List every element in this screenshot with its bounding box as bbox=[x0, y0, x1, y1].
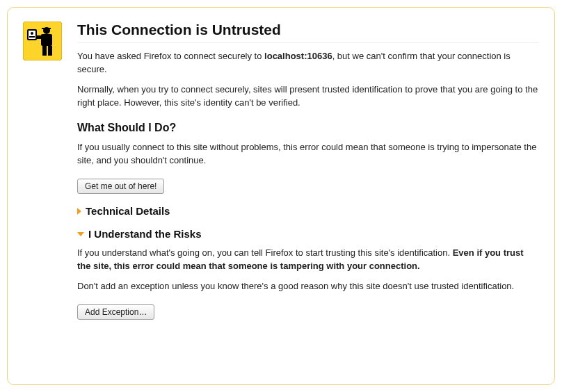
svg-point-7 bbox=[31, 32, 33, 35]
what-should-i-do-body: If you usually connect to this site with… bbox=[77, 141, 539, 168]
intro-paragraph: You have asked Firefox to connect secure… bbox=[77, 50, 539, 76]
chevron-right-icon bbox=[77, 208, 81, 215]
technical-details-toggle[interactable]: Technical Details bbox=[77, 205, 539, 217]
intro-host: localhost:10636 bbox=[264, 51, 332, 61]
understand-risks-toggle[interactable]: I Understand the Risks bbox=[77, 228, 539, 240]
svg-rect-9 bbox=[42, 28, 51, 29]
understand-risks-heading: I Understand the Risks bbox=[88, 228, 202, 240]
svg-rect-3 bbox=[42, 46, 47, 56]
svg-rect-8 bbox=[29, 36, 35, 38]
get-me-out-button[interactable]: Get me out of here! bbox=[77, 179, 164, 194]
normally-paragraph: Normally, when you try to connect secure… bbox=[77, 83, 539, 110]
icon-column bbox=[23, 22, 65, 60]
risks-paragraph-1: If you understand what's going on, you c… bbox=[77, 247, 539, 273]
svg-rect-4 bbox=[48, 46, 52, 56]
intro-prefix: You have asked Firefox to connect secure… bbox=[77, 51, 264, 61]
guard-warning-icon bbox=[23, 22, 62, 60]
chevron-down-icon bbox=[77, 232, 84, 236]
risks-paragraph-2: Don't add an exception unless you know t… bbox=[77, 280, 539, 293]
technical-details-heading: Technical Details bbox=[86, 205, 170, 217]
svg-rect-2 bbox=[41, 34, 52, 46]
risks-prefix: If you understand what's going on, you c… bbox=[77, 247, 453, 258]
untrusted-connection-panel: This Connection is Untrusted You have as… bbox=[7, 7, 555, 385]
add-exception-button[interactable]: Add Exception… bbox=[77, 304, 154, 320]
what-should-i-do-heading: What Should I Do? bbox=[77, 122, 539, 134]
page-title: This Connection is Untrusted bbox=[77, 22, 539, 43]
